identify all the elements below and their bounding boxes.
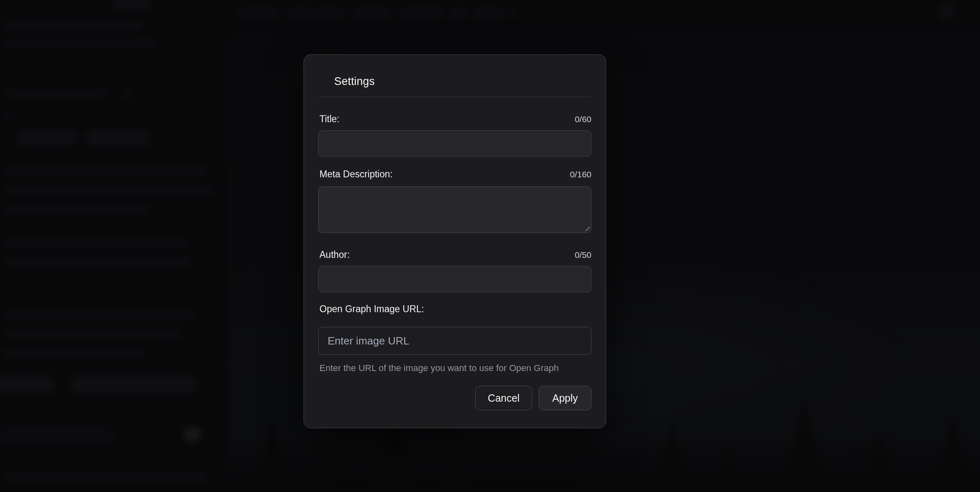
meta-description-label: Meta Description: (319, 169, 393, 180)
title-divider (318, 97, 591, 97)
title-input[interactable] (318, 130, 591, 157)
meta-description-char-counter: 0/160 (570, 170, 591, 179)
app-window: Settings Title: 0/60 Meta Description: 0… (0, 0, 980, 492)
author-label: Author: (319, 249, 350, 260)
title-field-header: Title: 0/60 (319, 114, 591, 125)
og-image-field-header: Open Graph Image URL: (319, 304, 591, 315)
settings-dialog: Settings Title: 0/60 Meta Description: 0… (303, 54, 606, 428)
author-field-header: Author: 0/50 (319, 249, 591, 260)
og-image-url-label: Open Graph Image URL: (319, 304, 424, 315)
meta-description-field-header: Meta Description: 0/160 (319, 169, 591, 180)
apply-button[interactable]: Apply (539, 386, 591, 410)
meta-description-textarea[interactable] (318, 186, 591, 233)
og-image-url-input[interactable] (318, 327, 591, 355)
dialog-actions: Cancel Apply (318, 386, 591, 410)
author-input[interactable] (318, 266, 591, 292)
cancel-button[interactable]: Cancel (475, 386, 532, 410)
dialog-title: Settings (334, 75, 591, 88)
title-label: Title: (319, 114, 339, 125)
meta-description-wrap (318, 186, 591, 233)
title-char-counter: 0/60 (575, 114, 591, 124)
og-image-helper-text: Enter the URL of the image you want to u… (319, 363, 591, 373)
author-char-counter: 0/50 (575, 250, 591, 260)
